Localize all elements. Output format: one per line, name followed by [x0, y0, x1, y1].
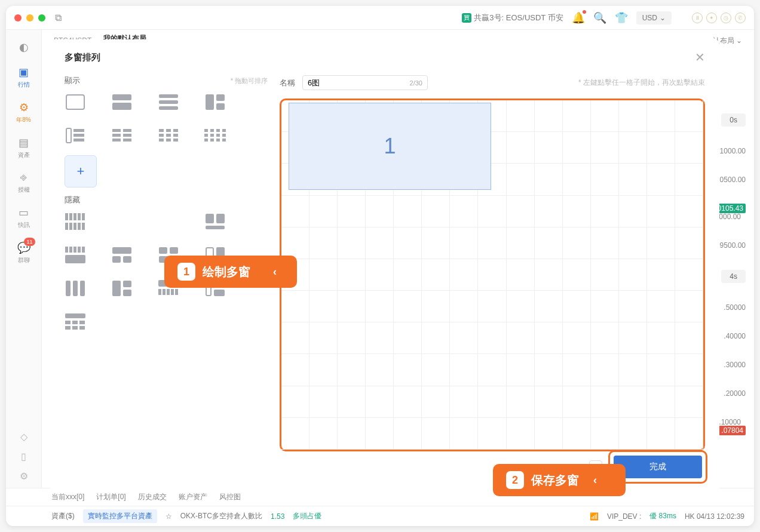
- status-assets-label: 資產($): [51, 511, 75, 521]
- sidebar-item-chat[interactable]: 11 💬 群聊: [9, 236, 39, 269]
- svg-rect-12: [73, 139, 84, 142]
- shield-icon[interactable]: ✦: [706, 13, 717, 23]
- svg-rect-2: [112, 103, 131, 110]
- status-monitor-chip[interactable]: 實時監控多平台資產: [83, 509, 157, 523]
- minimize-window-icon[interactable]: [26, 14, 33, 21]
- svg-rect-81: [214, 290, 225, 296]
- layout-hidden-11[interactable]: [65, 313, 86, 331]
- layout-name-input[interactable]: [308, 78, 410, 87]
- sidebar-label: 群聊: [18, 256, 30, 265]
- shirt-icon[interactable]: 👕: [615, 11, 628, 24]
- pause-icon[interactable]: ⏸: [692, 13, 703, 23]
- layout-preset-5[interactable]: [65, 127, 86, 144]
- clock-icon[interactable]: ◷: [721, 13, 731, 23]
- star-icon[interactable]: ☆: [166, 512, 172, 521]
- layout-preset-3[interactable]: [158, 93, 179, 111]
- phone-icon[interactable]: ✆: [735, 13, 746, 23]
- layout-hidden-2[interactable]: [204, 213, 226, 230]
- svg-rect-18: [123, 139, 131, 142]
- svg-rect-58: [65, 255, 85, 263]
- svg-rect-78: [175, 289, 178, 295]
- layout-hidden-4[interactable]: [111, 246, 133, 264]
- diamond-icon[interactable]: ◇: [20, 431, 27, 442]
- svg-rect-72: [123, 290, 131, 296]
- svg-rect-17: [112, 139, 121, 142]
- svg-rect-87: [72, 326, 78, 330]
- layout-preset-8[interactable]: [204, 127, 226, 144]
- footer-tab[interactable]: 当前xxx[0]: [51, 492, 84, 502]
- svg-rect-62: [159, 247, 167, 254]
- layout-preset-2[interactable]: [111, 93, 133, 111]
- svg-rect-14: [123, 129, 131, 132]
- layout-preset-7[interactable]: [158, 127, 179, 144]
- search-icon[interactable]: 🔍: [593, 11, 606, 24]
- chat-badge: 11: [24, 238, 35, 246]
- popout-icon[interactable]: ⧉: [55, 13, 62, 23]
- svg-rect-84: [72, 321, 78, 324]
- svg-rect-50: [206, 214, 214, 223]
- svg-rect-83: [65, 321, 71, 324]
- add-layout-button[interactable]: +: [65, 155, 97, 187]
- section-show-label: 顯示: [65, 75, 80, 86]
- svg-rect-30: [216, 129, 220, 132]
- svg-rect-63: [170, 247, 178, 254]
- layout-hidden-1[interactable]: [65, 213, 86, 230]
- currency-value: USD: [642, 14, 657, 22]
- svg-rect-68: [73, 281, 78, 296]
- layout-preset-6[interactable]: [111, 127, 133, 144]
- footer-tab[interactable]: 历史成交: [138, 492, 167, 502]
- tablet-icon[interactable]: ▯: [21, 451, 26, 462]
- bg-price: .20000: [724, 389, 746, 398]
- layout-name-input-wrap[interactable]: 2/30: [302, 75, 428, 90]
- status-vip: VIP_DEV :: [607, 512, 641, 521]
- layout-preset-4[interactable]: [204, 93, 226, 111]
- currency-selector[interactable]: USD ⌄: [636, 11, 672, 24]
- tutorial-callout-2: ‹ 保存多窗 2: [493, 464, 626, 496]
- svg-rect-23: [166, 134, 171, 137]
- gear-icon[interactable]: ⚙: [20, 471, 28, 482]
- svg-rect-3: [159, 94, 178, 98]
- window-controls[interactable]: [14, 14, 45, 21]
- footer-tab[interactable]: 计划单[0]: [96, 492, 125, 502]
- layout-region-1[interactable]: 1: [289, 103, 491, 190]
- auth-icon: ⎆: [20, 171, 27, 184]
- bg-time-4: 4s: [721, 270, 746, 283]
- bg-price-hl: 0105.43: [715, 204, 746, 213]
- maximize-window-icon[interactable]: [38, 14, 45, 21]
- sidebar-item-auth[interactable]: ⎆ 授權: [9, 167, 39, 199]
- footer-tab[interactable]: 风控图: [219, 492, 241, 502]
- svg-rect-37: [210, 139, 214, 142]
- sidebar-item-yield[interactable]: ⚙ 年8%: [9, 96, 39, 129]
- callout-number: 2: [506, 471, 524, 489]
- notifications-icon[interactable]: 🔔: [572, 11, 585, 24]
- svg-rect-77: [171, 289, 174, 295]
- sidebar-item-assets[interactable]: ▤ 資產: [9, 131, 39, 164]
- close-window-icon[interactable]: [14, 14, 22, 21]
- yield-icon: ⚙: [19, 101, 29, 114]
- layout-hidden-3[interactable]: [65, 246, 86, 264]
- close-icon[interactable]: ✕: [695, 50, 705, 64]
- bg-price: .40000: [724, 332, 746, 340]
- svg-rect-57: [82, 247, 85, 253]
- status-ratio: 1.53: [271, 512, 284, 521]
- svg-rect-39: [222, 139, 226, 142]
- workspace-status[interactable]: 買 共贏3号: EOS/USDT 币安: [462, 13, 563, 23]
- news-icon: ▭: [19, 206, 29, 219]
- svg-rect-40: [65, 213, 68, 220]
- footer-tab[interactable]: 账户资产: [179, 492, 207, 502]
- layout-hidden-7[interactable]: [65, 279, 86, 297]
- sidebar-item-news[interactable]: ▭ 快訊: [9, 201, 39, 234]
- layout-draw-grid[interactable]: 1: [280, 99, 705, 451]
- sidebar-item-market[interactable]: ▣ 行情: [9, 61, 39, 94]
- layout-hidden-8[interactable]: [111, 279, 133, 297]
- status-ratio-label: 多頭占優: [293, 511, 321, 521]
- layout-preset-1[interactable]: [65, 93, 86, 111]
- svg-rect-9: [66, 128, 71, 143]
- svg-rect-26: [166, 139, 171, 142]
- done-button[interactable]: 完成: [614, 456, 702, 478]
- svg-rect-1: [112, 94, 131, 100]
- bg-time-0: 0s: [721, 113, 746, 127]
- sidebar-label: 資產: [18, 151, 30, 159]
- sidebar-globe[interactable]: ◐: [9, 36, 39, 59]
- svg-rect-53: [65, 247, 68, 253]
